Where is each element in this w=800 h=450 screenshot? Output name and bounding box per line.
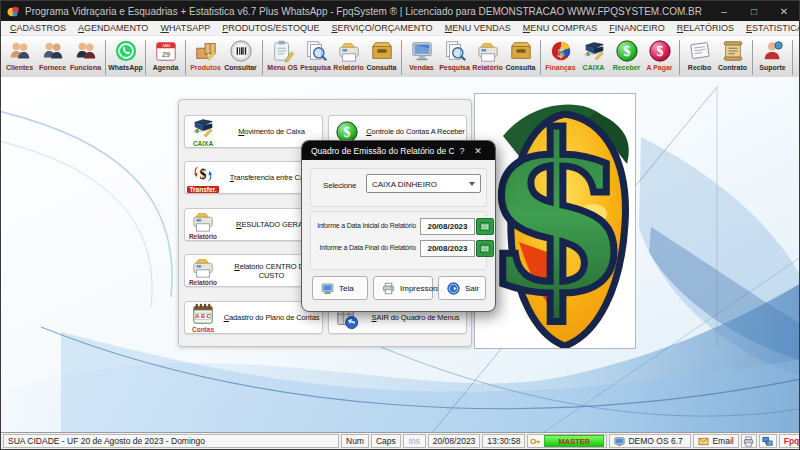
date-end-label: Informe a Data Final do Relatório — [314, 244, 416, 251]
svg-text:$: $ — [557, 45, 564, 60]
svg-text:29: 29 — [161, 50, 169, 59]
consultar-barcode-icon — [229, 39, 253, 63]
status-printer[interactable] — [741, 434, 757, 448]
fornecedores-people-icon — [41, 39, 65, 63]
select-label: Selecione — [323, 181, 356, 190]
dialog-close-button[interactable]: ✕ — [470, 146, 486, 156]
status-version: DEMO OS 6.7 — [609, 434, 691, 448]
close-button[interactable]: ✕ — [769, 1, 799, 21]
status-time: 13:30:58 — [482, 434, 525, 448]
dialog-sair-button[interactable]: Sair — [438, 276, 486, 300]
status-bar: SUA CIDADE - UF 20 de Agosto de 2023 - D… — [1, 432, 799, 449]
dialog-help-button[interactable]: ? — [454, 146, 470, 156]
key-icon — [530, 436, 541, 447]
plano-contas-label: Cadastro do Plano de Contas — [221, 313, 322, 322]
toolbar: Clientes Fornece Funciona WhatsApp JAN29… — [1, 35, 799, 79]
consulta-drawer-icon — [509, 39, 533, 63]
toolbar-menu-os[interactable]: Menu OS — [266, 37, 299, 78]
status-ins: Ins — [403, 434, 426, 448]
toolbar-caixa[interactable]: $ CAIXA — [577, 37, 610, 78]
toolbar-separator — [105, 40, 106, 75]
title-bar: Programa Vidraçaria e Esquadrias + Estat… — [1, 1, 799, 21]
toolbar-separator — [792, 40, 793, 75]
toolbar-consulta-os[interactable]: Consulta — [365, 37, 398, 78]
date-end-field[interactable]: 20/08/2023 — [420, 240, 475, 257]
status-num: Num — [341, 434, 369, 448]
menu-relatorios[interactable]: RELATÓRIOS — [671, 23, 740, 33]
menu-menu-compras[interactable]: MENU COMPRAS — [517, 23, 604, 33]
toolbar-relatorio-os[interactable]: Relatório — [332, 37, 365, 78]
toolbar-fornecedores[interactable]: Fornece — [36, 37, 69, 78]
calendar-icon — [479, 221, 491, 232]
relatorio-caixa-dialog: Quadro de Emissão do Relatório de Caixa … — [301, 140, 496, 312]
svg-text:$: $ — [623, 44, 630, 59]
toolbar-moeda[interactable] — [796, 37, 800, 78]
menu-estatistica[interactable]: ESTATISTICA — [740, 23, 800, 33]
toolbar-receber[interactable]: $ Receber — [610, 37, 643, 78]
window-title: Programa Vidraçaria e Esquadrias + Estat… — [25, 6, 709, 17]
toolbar-agenda[interactable]: JAN29 Agenda — [149, 37, 182, 78]
toolbar-pesquisa-vendas[interactable]: Pesquisa — [438, 37, 471, 78]
date-start-label: Informe a Data Inicial do Relatório — [314, 222, 416, 229]
status-email[interactable]: Email — [693, 434, 738, 448]
envelope-icon — [698, 436, 709, 447]
date-start-calendar-button[interactable] — [476, 218, 494, 235]
toolbar-suporte[interactable]: Suporte — [756, 37, 789, 78]
toolbar-funcionarios[interactable]: Funciona — [69, 37, 102, 78]
recibo-note-icon — [688, 39, 712, 63]
svg-text:JAN: JAN — [162, 43, 170, 48]
menu-whatsapp[interactable]: WHATSAPP — [154, 23, 216, 33]
clientes-people-icon — [8, 39, 32, 63]
status-network[interactable] — [759, 434, 777, 448]
minimize-button[interactable]: – — [709, 1, 739, 21]
network-icon — [762, 436, 773, 447]
brand-image-panel: $ — [474, 93, 636, 349]
toolbar-a-pagar[interactable]: $ A Pagar — [643, 37, 676, 78]
impressora-label: Impressora — [400, 284, 440, 293]
caixa-select[interactable]: CAIXA DINHEIRO — [366, 174, 481, 193]
svg-text:$: $ — [482, 94, 632, 341]
toolbar-clientes[interactable]: Clientes — [3, 37, 36, 78]
produtos-boxes-icon — [194, 39, 218, 63]
menu-agendamento[interactable]: AGENDAMENTO — [72, 23, 154, 33]
screen-icon — [321, 282, 334, 295]
menu-os-clipboard-icon — [271, 39, 295, 63]
toolbar-separator — [185, 40, 186, 75]
toolbar-produtos[interactable]: Produtos — [189, 37, 222, 78]
svg-text:$: $ — [656, 44, 663, 59]
tela-button[interactable]: Tela — [312, 276, 368, 300]
dollar-shield-image: $ — [475, 94, 635, 348]
agenda-icon: JAN29 — [154, 39, 178, 63]
toolbar-financas[interactable]: $ Finanças — [544, 37, 577, 78]
suporte-person-icon — [761, 39, 785, 63]
toolbar-whatsapp[interactable]: WhatsApp — [109, 37, 142, 78]
status-date: 20/08/2023 — [428, 434, 481, 448]
toolbar-consultar[interactable]: Consultar — [222, 37, 259, 78]
printer-icon — [743, 436, 754, 447]
maximize-button[interactable]: □ — [739, 1, 769, 21]
dialog-title: Quadro de Emissão do Relatório de Caixa — [311, 146, 454, 156]
toolbar-contrato[interactable]: Contrato — [716, 37, 749, 78]
impressora-button[interactable]: Impressora — [373, 276, 433, 300]
menu-servico-orcamento[interactable]: SERVIÇO/ORÇAMENTO — [325, 23, 438, 33]
status-caps: Caps — [371, 434, 401, 448]
toolbar-pesquisa-os[interactable]: Pesquisa — [299, 37, 332, 78]
printer-icon — [382, 282, 395, 295]
chevron-down-icon — [469, 182, 475, 186]
menu-menu-vendas[interactable]: MENU VENDAS — [439, 23, 517, 33]
relatorio-printer-icon: Relatório — [185, 209, 221, 240]
toolbar-vendas[interactable]: Vendas — [405, 37, 438, 78]
toolbar-relatorio-vendas[interactable]: Relatório — [471, 37, 504, 78]
menu-cadastros[interactable]: CADASTROS — [4, 23, 72, 33]
date-start-field[interactable]: 20/08/2023 — [420, 218, 475, 235]
toolbar-consulta-vendas[interactable]: Consulta — [504, 37, 537, 78]
menu-produtos-estoque[interactable]: PRODUTOS/ESTOQUE — [216, 23, 325, 33]
date-end-calendar-button[interactable] — [476, 240, 494, 257]
menu-financeiro[interactable]: FINANCEIRO — [603, 23, 671, 33]
toolbar-separator — [679, 40, 680, 75]
status-location: SUA CIDADE - UF 20 de Agosto de 2023 - D… — [3, 434, 339, 448]
calendar-icon — [479, 243, 491, 254]
relatorio-printer-icon — [476, 39, 500, 63]
toolbar-recibo[interactable]: Recibo — [683, 37, 716, 78]
pesquisa-magnifier-icon — [443, 39, 467, 63]
